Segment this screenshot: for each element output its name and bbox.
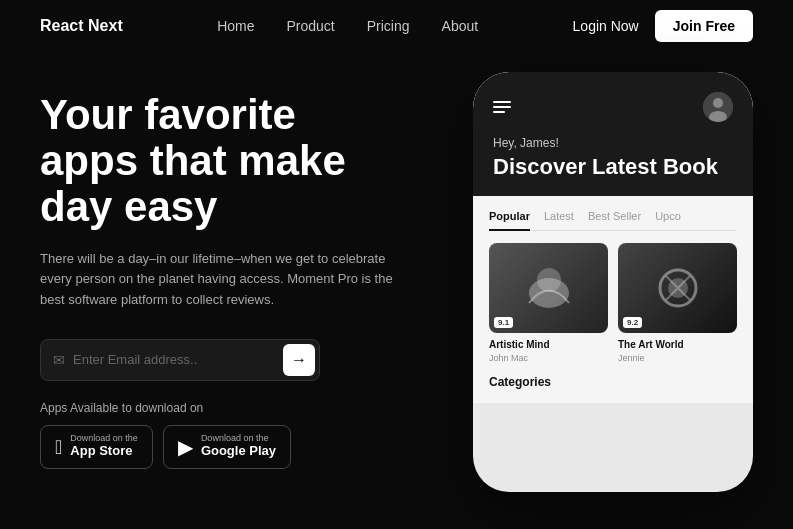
- download-label: Apps Available to download on: [40, 401, 393, 415]
- phone-discover-title: Discover Latest Book: [493, 154, 733, 180]
- google-play-main: Google Play: [201, 443, 276, 460]
- tab-upcoming[interactable]: Upco: [655, 210, 681, 222]
- login-button[interactable]: Login Now: [573, 18, 639, 34]
- hero-left: Your favorite apps that make day easy Th…: [40, 82, 393, 469]
- book-card-1: 9.1 Artistic Mind John Mac: [489, 243, 608, 363]
- book-cover-1: 9.1: [489, 243, 608, 333]
- svg-point-4: [537, 268, 561, 292]
- brand-logo: React Next: [40, 17, 123, 35]
- book-cover-2: 9.2: [618, 243, 737, 333]
- menu-icon: [493, 101, 511, 113]
- avatar: [703, 92, 733, 122]
- book-card-2: 9.2 The Art World Jennie: [618, 243, 737, 363]
- categories-title: Categories: [489, 375, 737, 389]
- book-author-2: Jennie: [618, 353, 737, 363]
- phone-top: Hey, James! Discover Latest Book: [473, 72, 753, 196]
- app-store-main: App Store: [70, 443, 132, 460]
- email-icon: ✉: [53, 352, 65, 368]
- tab-best-seller[interactable]: Best Seller: [588, 210, 641, 222]
- download-buttons:  Download on the App Store ▶ Download o…: [40, 425, 393, 469]
- app-store-sub: Download on the: [70, 434, 138, 443]
- phone-header-row: [493, 92, 733, 122]
- email-form: ✉ →: [40, 339, 320, 381]
- app-store-text: Download on the App Store: [70, 434, 138, 460]
- email-input[interactable]: [73, 352, 283, 367]
- phone-tabs: Popular Latest Best Seller Upco: [489, 210, 737, 231]
- phone-bottom: Popular Latest Best Seller Upco: [473, 196, 753, 403]
- book-badge-2: 9.2: [623, 317, 642, 328]
- phone-greeting: Hey, James!: [493, 136, 733, 150]
- hero-right: Hey, James! Discover Latest Book Popular…: [433, 72, 753, 492]
- app-store-button[interactable]:  Download on the App Store: [40, 425, 153, 469]
- nav-home[interactable]: Home: [217, 18, 254, 34]
- hero-title: Your favorite apps that make day easy: [40, 92, 393, 231]
- nav-actions: Login Now Join Free: [573, 10, 753, 42]
- apple-icon: : [55, 437, 62, 457]
- svg-point-1: [713, 98, 723, 108]
- google-play-sub: Download on the: [201, 434, 269, 443]
- join-button[interactable]: Join Free: [655, 10, 753, 42]
- book-badge-1: 9.1: [494, 317, 513, 328]
- google-play-button[interactable]: ▶ Download on the Google Play: [163, 425, 291, 469]
- hero-section: Your favorite apps that make day easy Th…: [0, 52, 793, 492]
- book-title-1: Artistic Mind: [489, 339, 608, 351]
- nav-about[interactable]: About: [442, 18, 479, 34]
- phone-mockup: Hey, James! Discover Latest Book Popular…: [473, 72, 753, 492]
- book-author-1: John Mac: [489, 353, 608, 363]
- phone-books: 9.1 Artistic Mind John Mac: [489, 243, 737, 363]
- google-play-icon: ▶: [178, 437, 193, 457]
- email-submit-button[interactable]: →: [283, 344, 315, 376]
- tab-latest[interactable]: Latest: [544, 210, 574, 222]
- hero-description: There will be a day–in our lifetime–when…: [40, 249, 393, 311]
- nav-product[interactable]: Product: [287, 18, 335, 34]
- nav-pricing[interactable]: Pricing: [367, 18, 410, 34]
- tab-popular[interactable]: Popular: [489, 210, 530, 231]
- book-title-2: The Art World: [618, 339, 737, 351]
- google-play-text: Download on the Google Play: [201, 434, 276, 460]
- navbar: React Next Home Product Pricing About Lo…: [0, 0, 793, 52]
- nav-links: Home Product Pricing About: [217, 17, 478, 35]
